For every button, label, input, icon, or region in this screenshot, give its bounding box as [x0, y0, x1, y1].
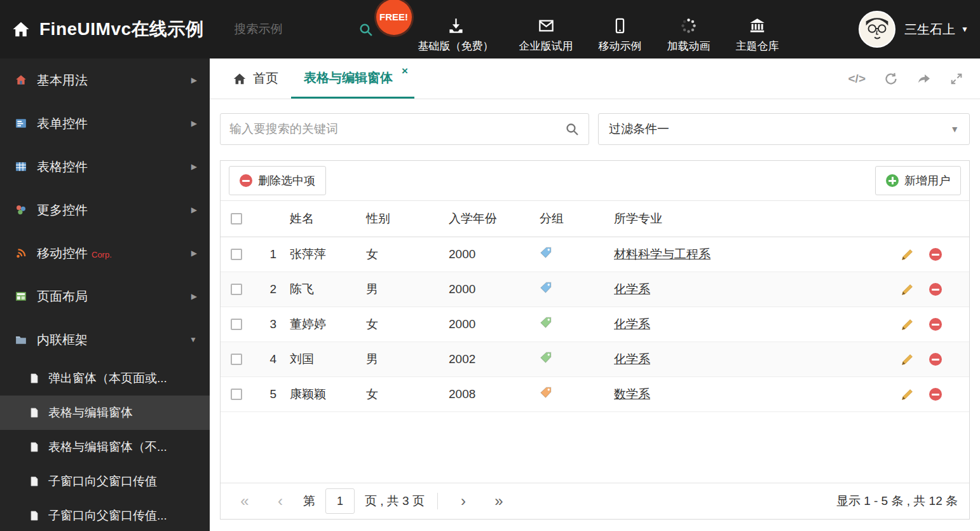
main-layout: 基本用法 ▶ 表单控件 ▶ 表格控件 ▶ 更多控件 ▶: [0, 59, 980, 531]
search-icon[interactable]: [564, 121, 580, 137]
page-number-input[interactable]: [325, 488, 355, 514]
user-area: 三生石上 ▼: [859, 11, 969, 48]
sidebar-item-label: 内联框架: [37, 331, 88, 348]
top-header: FineUIMvc在线示例 FREE! 基础版（免费） 企业版试用 移动示例: [0, 0, 980, 59]
edit-icon[interactable]: [901, 283, 914, 296]
delete-icon[interactable]: [929, 283, 942, 296]
major-link[interactable]: 化学系: [614, 317, 650, 331]
sidebar-item-page-layout[interactable]: 页面布局 ▶: [0, 275, 210, 318]
sidebar-subitem-label: 弹出窗体（本页面或...: [48, 370, 167, 387]
tab-home[interactable]: 首页: [220, 59, 291, 99]
refresh-icon[interactable]: [883, 71, 899, 86]
filter-dropdown[interactable]: 过滤条件一 ▼: [598, 113, 970, 145]
sidebar: 基本用法 ▶ 表单控件 ▶ 表格控件 ▶ 更多控件 ▶: [0, 59, 210, 531]
major-link[interactable]: 化学系: [614, 282, 650, 296]
row-checkbox[interactable]: [231, 249, 242, 260]
forward-icon[interactable]: [916, 71, 932, 86]
add-user-button[interactable]: 新增用户: [875, 166, 961, 195]
delete-selected-button[interactable]: 删除选中项: [229, 166, 326, 195]
row-checkbox[interactable]: [231, 319, 242, 330]
row-checkbox[interactable]: [231, 389, 242, 400]
sidebar-item-more-controls[interactable]: 更多控件 ▶: [0, 188, 210, 231]
sidebar-subitem-popup-window[interactable]: 弹出窗体（本页面或...: [0, 361, 210, 396]
search-icon[interactable]: [358, 22, 374, 38]
home-tab-icon: [233, 72, 247, 86]
tag-icon: [540, 352, 552, 364]
file-icon: [29, 442, 39, 452]
sidebar-subitem-grid-edit-window[interactable]: 表格与编辑窗体: [0, 396, 210, 430]
chevron-right-icon: ▶: [191, 119, 197, 128]
col-header-major: 所学专业: [604, 210, 893, 227]
sidebar-item-label: 移动控件: [37, 245, 88, 262]
sidebar-item-iframe[interactable]: 内联框架 ▼: [0, 318, 210, 361]
nav-item-label: 基础版（免费）: [418, 39, 494, 53]
table-row: 3 董婷婷 女 2000 化学系: [221, 307, 969, 342]
table-row: 1 张萍萍 女 2000 材料科学与工程系: [221, 237, 969, 272]
major-link[interactable]: 化学系: [614, 352, 650, 366]
prev-page-button[interactable]: ‹: [268, 493, 293, 509]
table-header-row: 姓名 性别 入学年份 分组 所学专业: [221, 201, 969, 237]
header-nav: FREE! 基础版（免费） 企业版试用 移动示例 加载动画: [418, 6, 779, 53]
header-search-input[interactable]: [235, 22, 330, 36]
next-page-button[interactable]: ›: [451, 493, 476, 509]
nav-item-theme-repo[interactable]: 主题仓库: [736, 6, 779, 53]
table-row: 4 刘国 男 2002 化学系: [221, 342, 969, 377]
tab-grid-edit-window[interactable]: 表格与编辑窗体 ×: [291, 59, 414, 99]
tab-tools: </>: [848, 59, 980, 99]
brand[interactable]: FineUIMvc在线示例: [11, 17, 204, 41]
tab-label: 表格与编辑窗体: [304, 69, 393, 86]
minus-circle-icon: [240, 174, 252, 187]
cell-name: 董婷婷: [280, 316, 357, 333]
cell-gender: 女: [357, 386, 439, 403]
sidebar-item-basic-usage[interactable]: 基本用法 ▶: [0, 59, 210, 102]
sidebar-subitem-grid-edit-window-2[interactable]: 表格与编辑窗体（不...: [0, 430, 210, 464]
major-link[interactable]: 材料科学与工程系: [614, 247, 711, 261]
chevron-right-icon: ▶: [191, 76, 197, 85]
close-icon[interactable]: ×: [402, 65, 408, 78]
first-page-button[interactable]: «: [232, 493, 257, 509]
envelope-icon: [538, 17, 555, 34]
row-checkbox[interactable]: [231, 284, 242, 295]
delete-icon[interactable]: [929, 318, 942, 331]
edit-icon[interactable]: [901, 388, 914, 401]
page-label-before: 第: [303, 493, 315, 509]
edit-icon[interactable]: [901, 353, 914, 366]
row-number: 1: [252, 247, 280, 261]
source-code-icon[interactable]: </>: [848, 72, 866, 86]
sidebar-subitem-child-to-parent-2[interactable]: 子窗口向父窗口传值...: [0, 499, 210, 531]
major-link[interactable]: 数学系: [614, 387, 650, 401]
table-icon: [15, 161, 27, 172]
nav-item-enterprise-trial[interactable]: 企业版试用: [519, 6, 573, 53]
download-icon: [447, 17, 465, 34]
file-icon: [29, 373, 39, 383]
sidebar-subitem-child-to-parent[interactable]: 子窗口向父窗口传值: [0, 464, 210, 499]
row-number: 4: [252, 352, 280, 366]
select-all-checkbox[interactable]: [231, 213, 242, 224]
edit-icon[interactable]: [901, 318, 914, 331]
avatar[interactable]: [859, 11, 895, 48]
expand-icon[interactable]: [949, 72, 963, 86]
delete-icon[interactable]: [929, 248, 942, 261]
edit-icon[interactable]: [901, 248, 914, 261]
sidebar-item-grid-controls[interactable]: 表格控件 ▶: [0, 145, 210, 188]
last-page-button[interactable]: »: [486, 493, 512, 509]
layout-icon: [15, 291, 27, 302]
row-number: 2: [252, 282, 280, 296]
delete-icon[interactable]: [929, 388, 942, 401]
delete-icon[interactable]: [929, 353, 942, 366]
sidebar-item-form-controls[interactable]: 表单控件 ▶: [0, 102, 210, 145]
col-header-name: 姓名: [280, 210, 357, 227]
user-menu[interactable]: 三生石上 ▼: [904, 21, 969, 38]
sidebar-subitem-label: 子窗口向父窗口传值: [48, 473, 157, 490]
nav-item-basic-edition[interactable]: FREE! 基础版（免费）: [418, 6, 494, 53]
sidebar-item-mobile-controls[interactable]: 移动控件 Corp. ▶: [0, 231, 210, 275]
row-checkbox[interactable]: [231, 354, 242, 365]
cell-gender: 男: [357, 351, 439, 368]
keyword-search-input[interactable]: [229, 122, 564, 136]
home-icon: [11, 20, 31, 39]
cell-gender: 男: [357, 281, 439, 298]
chevron-right-icon: ▶: [191, 205, 197, 214]
nav-item-mobile-demo[interactable]: 移动示例: [599, 6, 642, 53]
nav-item-loading-animations[interactable]: 加载动画: [667, 6, 711, 53]
file-icon: [29, 476, 39, 486]
